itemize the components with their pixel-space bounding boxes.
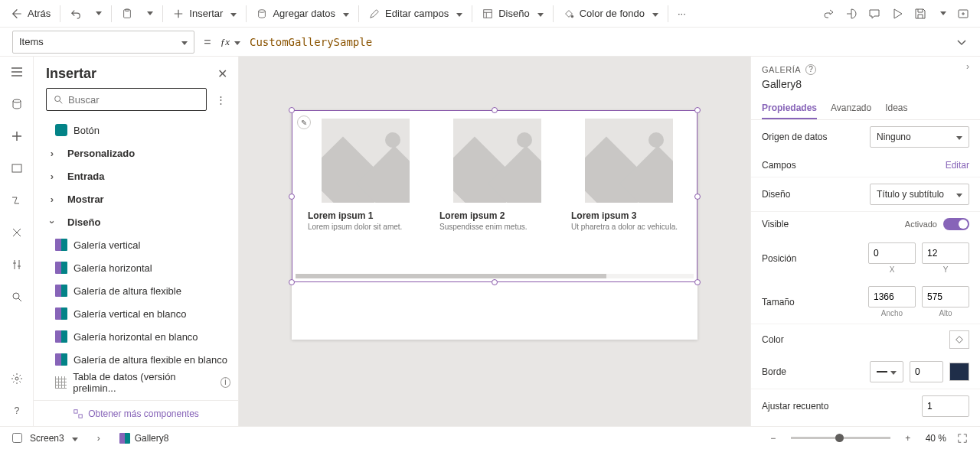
search-box[interactable] — [46, 88, 207, 111]
share-button[interactable] — [818, 3, 839, 24]
check-button[interactable] — [841, 3, 862, 24]
zoom-slider[interactable] — [791, 437, 890, 439]
tree-item-gallery[interactable]: Galería vertical en blanco — [34, 302, 238, 325]
position-x-input[interactable] — [868, 242, 916, 264]
svg-text:?: ? — [14, 405, 19, 416]
tree-item-table[interactable]: Tabla de datos (versión prelimin...i — [34, 371, 238, 394]
resize-handle[interactable] — [492, 107, 498, 113]
resize-handle[interactable] — [694, 107, 701, 113]
visible-toggle[interactable] — [943, 218, 969, 230]
data-button[interactable] — [6, 93, 28, 115]
fit-to-window-button[interactable] — [957, 433, 971, 444]
back-button[interactable]: Atrás — [6, 3, 55, 24]
tree-item-gallery[interactable]: Galería horizontal — [34, 256, 238, 279]
save-button[interactable] — [910, 3, 931, 24]
save-menu[interactable] — [933, 3, 951, 24]
tab-ideas[interactable]: Ideas — [885, 98, 907, 119]
gallery-scrollbar[interactable] — [296, 274, 694, 278]
paste-button[interactable] — [116, 3, 138, 24]
bgcolor-menu[interactable]: Color de fondo — [558, 3, 663, 24]
gallery-card[interactable]: Lorem ipsum 1Lorem ipsum dolor sit amet. — [308, 119, 423, 281]
resize-handle[interactable] — [289, 194, 295, 200]
undo-button[interactable] — [65, 3, 87, 24]
layout-menu[interactable]: Diseño — [477, 3, 547, 24]
tree-cat-diseno[interactable]: ›Diseño — [34, 210, 238, 233]
search-more-button[interactable]: ⋮ — [213, 91, 229, 109]
expand-formula-button[interactable] — [956, 36, 980, 48]
help-button[interactable]: ? — [6, 400, 28, 421]
left-rail: ? — [0, 57, 34, 426]
zoom-in-button[interactable]: + — [901, 433, 915, 444]
info-icon[interactable]: ? — [805, 64, 816, 75]
search-input[interactable] — [68, 94, 200, 106]
undo-menu[interactable] — [88, 3, 106, 24]
publish-button[interactable] — [952, 3, 974, 24]
border-style-select[interactable] — [870, 361, 903, 382]
resize-handle[interactable] — [289, 279, 295, 285]
tree-item-gallery[interactable]: Galería de altura flexible — [34, 279, 238, 302]
paste-menu[interactable] — [139, 3, 158, 24]
tree-cat-label: Diseño — [67, 216, 100, 228]
resize-handle[interactable] — [694, 279, 701, 285]
flows-button[interactable] — [6, 190, 28, 211]
layout-select[interactable]: Título y subtítulo — [870, 184, 969, 205]
property-selector[interactable]: Items — [12, 31, 194, 54]
tree-item-gallery[interactable]: Galería de altura flexible en blanco — [34, 348, 238, 371]
tree-cat-personalizado[interactable]: ›Personalizado — [34, 142, 238, 164]
breadcrumb-control[interactable]: Gallery8 — [116, 431, 172, 445]
tree-item-gallery[interactable]: Galería vertical — [34, 233, 238, 256]
fx-button[interactable]: ƒx — [219, 36, 242, 48]
comments-button[interactable] — [864, 3, 885, 24]
tree-item-gallery[interactable]: Galería horizontal en blanco — [34, 325, 238, 348]
undo-icon — [70, 8, 82, 20]
formula-bar: Items = ƒx CustomGallerySample — [0, 28, 980, 57]
resize-handle[interactable] — [289, 107, 295, 113]
wrapcount-input[interactable] — [922, 395, 969, 417]
gallery-icon — [55, 239, 67, 251]
tab-advanced[interactable]: Avanzado — [831, 98, 871, 119]
zoom-out-button[interactable]: − — [766, 433, 780, 444]
tree-cat-mostrar[interactable]: ›Mostrar — [34, 187, 238, 210]
screen-checkbox[interactable] — [12, 433, 22, 443]
get-more-components[interactable]: Obtener más componentes — [34, 400, 238, 426]
breadcrumb-screen[interactable]: Screen3 — [9, 431, 81, 445]
width-input[interactable] — [868, 286, 916, 307]
insert-menu[interactable]: Insertar — [168, 3, 241, 24]
expand-props-button[interactable]: › — [966, 61, 969, 72]
gallery-control-selected[interactable]: ✎ Lorem ipsum 1Lorem ipsum dolor sit ame… — [292, 110, 697, 282]
search-button[interactable] — [6, 286, 28, 307]
resize-handle[interactable] — [492, 279, 498, 285]
tree-view-button[interactable] — [6, 61, 28, 83]
chevron-right-icon: › — [47, 148, 57, 159]
card-subtitle: Suspendisse enim metus. — [439, 223, 554, 231]
border-color-picker[interactable] — [949, 363, 969, 381]
gallery-card[interactable]: Lorem ipsum 2Suspendisse enim metus. — [439, 119, 554, 281]
height-input[interactable] — [922, 286, 969, 307]
settings-button[interactable] — [6, 368, 28, 389]
edit-pencil-button[interactable]: ✎ — [297, 116, 311, 129]
insert-rail-button[interactable] — [6, 125, 28, 147]
position-y-input[interactable] — [922, 242, 969, 264]
add-data-menu[interactable]: Agregar datos — [251, 3, 354, 24]
tree-cat-entrada[interactable]: ›Entrada — [34, 164, 238, 187]
close-panel-button[interactable]: ✕ — [217, 67, 227, 81]
advanced-tools-button[interactable] — [6, 254, 28, 275]
preview-button[interactable] — [887, 3, 908, 24]
canvas[interactable]: ✎ Lorem ipsum 1Lorem ipsum dolor sit ame… — [239, 57, 750, 426]
datasource-select[interactable]: Ninguno — [870, 126, 969, 148]
gallery-card[interactable]: Lorem ipsum 3Ut pharetra a dolor ac vehi… — [571, 119, 686, 281]
tab-properties[interactable]: Propiedades — [762, 98, 817, 119]
prop-label-datasource: Origen de datos — [762, 132, 864, 142]
edit-fields-link[interactable]: Editar — [946, 160, 969, 171]
info-icon: i — [220, 377, 230, 388]
edit-fields-menu[interactable]: Editar campos — [364, 3, 467, 24]
variables-button[interactable] — [6, 222, 28, 243]
resize-handle[interactable] — [694, 194, 701, 200]
formula-input[interactable]: CustomGallerySample — [242, 36, 956, 48]
color-picker[interactable] — [949, 330, 969, 349]
screen[interactable]: ✎ Lorem ipsum 1Lorem ipsum dolor sit ame… — [292, 110, 697, 340]
border-width-input[interactable] — [910, 361, 943, 382]
overflow-menu[interactable]: ··· — [673, 3, 691, 24]
media-button[interactable] — [6, 158, 28, 179]
tree-item-boton[interactable]: Botón — [34, 119, 238, 142]
